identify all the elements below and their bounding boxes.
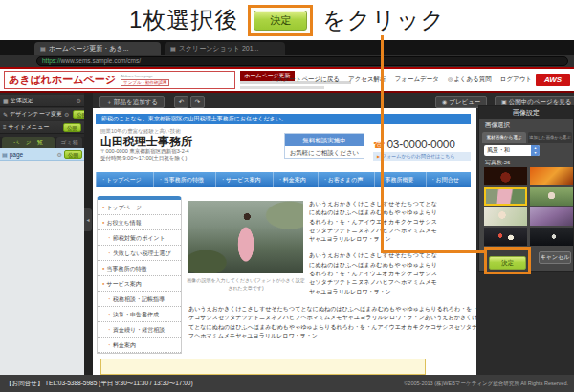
arrow-icon: ▶: [377, 154, 380, 159]
site-nav-features[interactable]: 当事務所の特徴: [153, 172, 215, 187]
image-thumbnail-grid: [484, 167, 574, 246]
page-favicon-icon: ▤: [40, 46, 46, 52]
image-category-select[interactable]: 風景・和 ▲▼: [484, 145, 540, 156]
photo-caption: 画像の説明を入力してください(フォントが小さく設定された文章です): [186, 277, 306, 292]
page-icon: ▤: [2, 151, 8, 158]
cms-footer: 【お問合せ】 TEL:03-5388-5985 (平日 9:30〜11:30 /…: [0, 375, 574, 392]
sidebar-tab-bar: ページ一覧 ゴミ箱: [0, 137, 84, 148]
sidebar-gutter: [84, 93, 93, 375]
page-favicon-icon: ▤: [170, 46, 176, 52]
dropdown-stepper-icon: ▲▼: [531, 145, 540, 156]
menu-item[interactable]: 税務相談・記帳指導: [98, 292, 181, 307]
menu-item[interactable]: 当事務所の特徴: [98, 261, 181, 276]
gear-icon[interactable]: ⚙: [64, 111, 69, 118]
image-settings-panel: 画像設定 画像選択 素材画像から選ぶ 追加した画像から選ぶ 風景・和 ▲▼ 写真…: [478, 105, 574, 272]
callout-connector-horizontal: [381, 250, 486, 253]
photo-count: 写真数:26: [485, 159, 510, 167]
decide-button-highlight: 決定: [484, 247, 531, 274]
menu-item[interactable]: お役立ち情報: [98, 215, 181, 230]
tab-title: ホームページ更新・あき...: [49, 45, 129, 52]
site-nav-pricing[interactable]: 料金案内: [273, 172, 318, 187]
site-nav-contact[interactable]: お問合せ: [426, 172, 471, 187]
image-thumbnail[interactable]: [530, 167, 573, 185]
nav-faq-link[interactable]: ◎よくある質問: [448, 76, 492, 84]
decide-button-callout: 決定: [248, 5, 313, 36]
grid-icon: ▦: [3, 98, 9, 104]
site-hours: 受付時間:9:00〜17:00(土日祝を除く): [100, 155, 187, 162]
tab-stock-images[interactable]: 素材画像から選ぶ: [482, 132, 526, 143]
instruction-suffix: をクリック: [322, 5, 445, 35]
menu-item[interactable]: 料金案内: [98, 338, 181, 353]
tab-uploaded-images[interactable]: 追加した画像から選ぶ: [528, 132, 572, 143]
address-bar[interactable]: https://www.sems.sample.com/cms/: [36, 56, 568, 66]
service-header: あきばれホームページ Akibare homepage サンプル・動作確認用 ホ…: [0, 67, 574, 93]
image-thumbnail[interactable]: [530, 228, 573, 246]
image-select-label: 画像選択: [485, 121, 510, 130]
menu-item[interactable]: 節税対策のポイント: [98, 230, 181, 246]
page-list-item[interactable]: ▤ page ⚙ 公開: [0, 148, 84, 161]
site-preview-canvas: 節税のことなら、東京都新宿区の山田税理士事務所にお任せください。 開業10年の豊…: [93, 108, 476, 375]
gear-icon[interactable]: ⚙: [77, 98, 81, 104]
menu-item[interactable]: サービス案内: [98, 276, 181, 292]
article-paragraph-wide: あいうえおかきくけこさしすせそたちつてとなにぬねのはひふへほまみむめもやゃゆゅよ…: [188, 305, 476, 340]
tab-page-list[interactable]: ページ一覧: [2, 137, 55, 148]
sidebar-item-global-settings[interactable]: ▦ 全体設定 ⚙: [0, 95, 84, 107]
cancel-button[interactable]: キャンセル: [539, 251, 571, 264]
callout-connector-vertical: [381, 35, 384, 253]
consult-box-body: お気軽にご相談ください: [285, 146, 364, 159]
decide-button-example: 決定: [254, 11, 307, 31]
consult-box-header: 無料相談実施中: [285, 134, 364, 146]
paragraph: あいうえおかきくけこさしすせそたちつてとなにぬねのはひふへほまみむめもやゃゆゅよ…: [309, 251, 437, 295]
gear-icon[interactable]: ⚙: [57, 151, 62, 158]
tab-trash[interactable]: ゴミ箱: [56, 137, 82, 148]
site-nav-voices[interactable]: お客さまの声: [318, 172, 375, 187]
menu-item[interactable]: 決算・申告書作成: [98, 307, 181, 322]
nav-form-data-link[interactable]: フォームデータ: [395, 76, 439, 84]
image-thumbnail[interactable]: [530, 187, 573, 206]
redo-button[interactable]: ↷: [190, 96, 205, 108]
form-contact-link[interactable]: ▶フォームからのお問合せはこちら: [373, 152, 471, 161]
browser-tab-active[interactable]: ▤ホームページ更新・あき...: [34, 42, 161, 55]
nav-start-page-link[interactable]: ⌂スタートページに戻る: [272, 76, 340, 84]
sidebar-item-design-theme[interactable]: ✎ デザインテーマ変更 ⚙ 公開: [0, 108, 84, 120]
instruction-banner: 1枚選択後 決定 をクリック: [0, 0, 574, 40]
menu-item[interactable]: トップページ: [98, 200, 181, 215]
menu-item[interactable]: 資金繰り・経営相談: [98, 322, 181, 338]
page-name: page: [10, 151, 23, 158]
consult-box: 無料相談実施中 お気軽にご相談ください: [284, 133, 364, 159]
sidebar-item-side-menu[interactable]: ≡ サイドメニュー 公開: [0, 121, 84, 134]
eye-icon: ◉: [442, 99, 447, 105]
site-phone: ☎03-0000-0000: [373, 135, 455, 152]
url-protocol: https://: [42, 57, 61, 64]
nav-logout-link[interactable]: ログアウト: [500, 76, 532, 84]
paragraph: あいうえおかきくけこさしすせそたちつてとなにぬねのはひふへほまみむめもやゃゆゅよ…: [309, 200, 437, 244]
image-thumbnail-selected[interactable]: [484, 187, 527, 206]
cms-sidebar: ▦ 全体設定 ⚙ ✎ デザインテーマ変更 ⚙ 公開 ≡ サイドメニュー 公開 ペ…: [0, 93, 84, 375]
sample-tag: サンプル・動作確認用: [121, 79, 169, 86]
decide-button[interactable]: 決定: [489, 256, 526, 270]
publish-button[interactable]: 公開: [64, 150, 82, 159]
question-icon: ◎: [448, 76, 453, 82]
undo-button[interactable]: ↶: [174, 96, 188, 108]
site-nav-top[interactable]: トップページ: [96, 172, 153, 187]
service-logo-box: あきばれホームページ Akibare homepage サンプル・動作確認用: [4, 71, 235, 89]
home-icon: ⌂: [272, 76, 276, 82]
article-photo-kimono[interactable]: [188, 201, 303, 273]
browser-tab-inactive[interactable]: ▤スクリーンショット 201...: [165, 42, 285, 55]
service-logo-subtext: Akibare homepage: [121, 74, 169, 78]
phone-number: 03-0000-0000: [386, 138, 454, 151]
menu-item[interactable]: 失敗しない税理士選び: [98, 246, 181, 261]
pencil-icon: ✎: [3, 111, 8, 118]
screenshot-root: 1枚選択後 決定 をクリック ▤ホームページ更新・あき... ▤スクリーンショッ…: [0, 0, 574, 392]
image-thumbnail[interactable]: [484, 228, 527, 246]
instruction-prefix: 1枚選択後: [129, 5, 238, 35]
image-thumbnail[interactable]: [530, 207, 573, 226]
image-thumbnail[interactable]: [484, 167, 527, 185]
site-nav-services[interactable]: サービス案内: [215, 172, 273, 187]
site-headline-bar[interactable]: 節税のことなら、東京都新宿区の山田税理士事務所にお任せください。: [96, 114, 471, 124]
service-nav: ⌂スタートページに戻る アクセス解析 フォームデータ ◎よくある質問 ログアウト: [272, 69, 532, 91]
sidebar-collapse-handle[interactable]: ◂: [84, 208, 92, 231]
image-thumbnail[interactable]: [484, 207, 527, 226]
publish-button[interactable]: 公開: [63, 123, 81, 132]
add-part-button[interactable]: ＋部品を追加する: [99, 96, 165, 108]
